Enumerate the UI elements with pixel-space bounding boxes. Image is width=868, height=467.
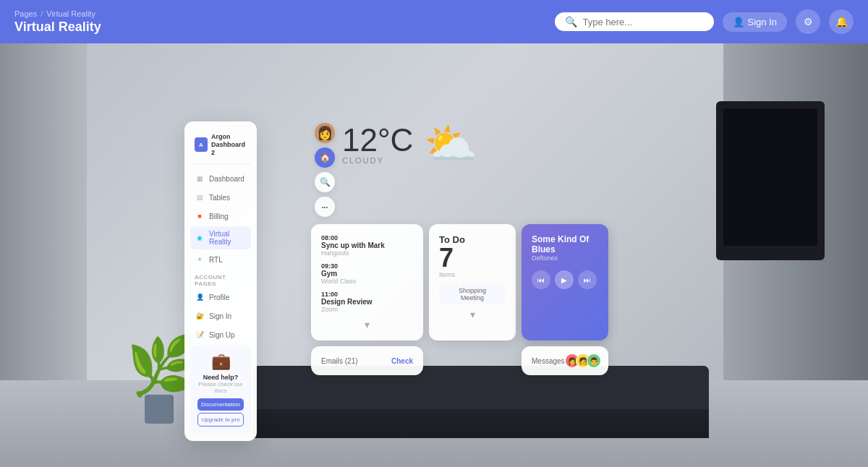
sidebar-item-signin[interactable]: 🔐 Sign In — [190, 307, 251, 325]
weather-icon-area: ⛅ — [424, 123, 478, 166]
sidebar-logo-text: Argon Dashboard 2 — [211, 133, 247, 156]
sidebar-item-dashboard[interactable]: ▦ Dashboard — [190, 170, 251, 187]
rtl-icon: ☀ — [195, 254, 205, 265]
music-title: Some Kind Of Blues — [532, 234, 598, 254]
widgets-row: 08:00 Sync up with Mark Hangouts 09:30 G… — [311, 224, 608, 340]
todo-badge: Shopping Meeting — [439, 284, 506, 304]
search-bar: 🔍 — [555, 12, 714, 31]
user-icon: 👤 — [733, 17, 744, 27]
search-input[interactable] — [583, 17, 704, 27]
settings-button[interactable]: ⚙ — [796, 9, 820, 34]
sidebar-item-billing[interactable]: ■ Billing — [190, 207, 251, 225]
weather-temp: 12°C — [342, 124, 413, 156]
weather-icon: ⛅ — [424, 123, 478, 166]
schedule-item-2: 09:30 Gym World Class — [321, 262, 413, 285]
monitor-screen — [723, 108, 817, 246]
msg-avatar-3: 👨 — [587, 354, 601, 368]
breadcrumb: Pages / Virtual Reality — [14, 9, 101, 18]
tables-icon: ▤ — [195, 192, 205, 202]
todo-card: To Do 7 Items Shopping Meeting ▾ — [429, 224, 516, 340]
breadcrumb-sep: / — [41, 9, 43, 18]
profile-icon: 👤 — [195, 292, 205, 302]
sidebar-item-signup[interactable]: 📝 Sign Up — [190, 326, 251, 343]
upgrade-button[interactable]: Upgrade to pro — [197, 413, 244, 427]
bottom-row: Emails (21) Check Messages 👩 🧑 👨 — [311, 346, 608, 375]
help-title: Need help? — [197, 374, 244, 381]
signin-icon: 🔐 — [195, 311, 205, 321]
music-play-button[interactable]: ▶ — [555, 270, 574, 289]
help-sub: Please check our docs — [197, 381, 244, 394]
weather-info: 12°C CLOUDY — [342, 124, 413, 165]
message-avatars: 👩 🧑 👨 — [565, 354, 601, 368]
billing-icon: ■ — [195, 211, 205, 221]
page-title: Virtual Reality — [14, 20, 101, 35]
plant-pot — [145, 395, 174, 424]
vr-icon: ◉ — [195, 233, 205, 243]
schedule-item-3: 11:00 Design Review Zoom — [321, 291, 413, 313]
messages-card: Messages 👩 🧑 👨 — [522, 346, 608, 375]
documentation-button[interactable]: Documentation — [197, 398, 244, 411]
schedule-card: 08:00 Sync up with Mark Hangouts 09:30 G… — [311, 224, 423, 340]
email-card: Emails (21) Check — [311, 346, 423, 375]
monitor-stand — [709, 101, 825, 318]
dashboard-icon: ▦ — [195, 173, 205, 184]
main-area: 🌿 A Argon Dashboard 2 ▦ Dashboard ▤ Ta — [0, 43, 868, 467]
notifications-button[interactable]: 🔔 — [829, 9, 854, 34]
sidebar-item-tables[interactable]: ▤ Tables — [190, 189, 251, 206]
todo-more-button[interactable]: ▾ — [439, 309, 506, 320]
signup-icon: 📝 — [195, 330, 205, 340]
music-controls: ⏮ ▶ ⏭ — [532, 270, 598, 289]
nav-title-area: Pages / Virtual Reality Virtual Reality — [14, 9, 101, 35]
sidebar-help: 💼 Need help? Please check our docs Docum… — [190, 345, 251, 434]
todo-items-label: Items — [439, 271, 506, 278]
search-mini-icon[interactable]: 🔍 — [315, 172, 335, 192]
sidebar-item-vr[interactable]: ◉ Virtual Reality — [190, 226, 251, 249]
sidebar-logo-icon: A — [195, 137, 208, 152]
schedule-item-1: 08:00 Sync up with Mark Hangouts — [321, 234, 413, 257]
avatar-icon[interactable]: 👩 — [315, 123, 335, 143]
spacer — [429, 346, 516, 375]
widget-container: 👩 🏠 🔍 ••• 12°C CLOUDY ⛅ 08:00 — [311, 123, 608, 375]
top-nav: Pages / Virtual Reality Virtual Reality … — [0, 0, 868, 43]
schedule-more-button[interactable]: ▾ — [321, 319, 413, 330]
weather-area: 12°C CLOUDY ⛅ — [342, 123, 478, 166]
nav-right: 🔍 👤 Sign In ⚙ 🔔 — [555, 9, 854, 34]
search-icon: 🔍 — [565, 16, 577, 27]
sign-in-button[interactable]: 👤 Sign In — [723, 12, 787, 32]
breadcrumb-pages[interactable]: Pages — [14, 9, 37, 18]
music-card: Some Kind Of Blues Deftones ⏮ ▶ ⏭ — [522, 224, 608, 340]
breadcrumb-current[interactable]: Virtual Reality — [46, 9, 95, 18]
monitor — [716, 101, 825, 260]
account-pages-label: ACCOUNT PAGES — [190, 270, 251, 288]
help-icon: 💼 — [197, 352, 244, 371]
sidebar-item-rtl[interactable]: ☀ RTL — [190, 251, 251, 268]
todo-count: 7 — [439, 245, 506, 271]
email-label: Emails (21) — [321, 357, 358, 365]
more-mini-icon[interactable]: ••• — [315, 197, 335, 217]
mini-nav-column: 👩 🏠 🔍 ••• — [315, 123, 335, 217]
couch — [253, 366, 709, 438]
music-prev-button[interactable]: ⏮ — [532, 270, 550, 289]
sidebar: A Argon Dashboard 2 ▦ Dashboard ▤ Tables… — [184, 121, 257, 441]
sidebar-logo: A Argon Dashboard 2 — [190, 130, 251, 164]
messages-label: Messages — [532, 357, 565, 365]
home-mini-icon[interactable]: 🏠 — [315, 147, 335, 168]
plant-decoration: 🌿 — [134, 294, 192, 424]
music-next-button[interactable]: ⏭ — [578, 270, 597, 289]
sidebar-item-profile[interactable]: 👤 Profile — [190, 288, 251, 306]
music-artist: Deftones — [532, 254, 598, 262]
email-check-button[interactable]: Check — [391, 357, 413, 365]
